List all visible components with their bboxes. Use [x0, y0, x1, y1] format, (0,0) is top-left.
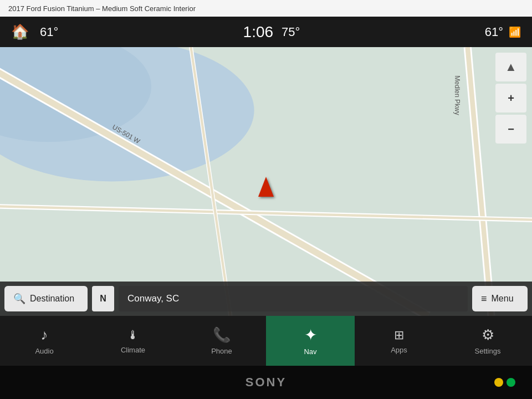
outside-temp: 75° — [282, 25, 300, 39]
tab-phone-label: Phone — [211, 347, 232, 355]
right-temp-display: 61° — [485, 25, 503, 39]
menu-lines-icon: ≡ — [481, 293, 487, 305]
sony-logo: SONY — [245, 375, 287, 390]
indicator-dot-yellow — [494, 378, 503, 387]
vehicle-position-arrow — [258, 177, 274, 197]
system-bottom-bar: SONY — [0, 366, 532, 399]
climate-icon: 🌡 — [127, 328, 139, 342]
top-title: 2017 Ford Fusion Titanium – Medium Soft … — [8, 4, 196, 13]
nav-controls: ▲ + − — [495, 53, 526, 144]
compass-direction-label: N — [100, 294, 106, 304]
tab-audio[interactable]: ♪ Audio — [0, 316, 89, 366]
tab-settings-label: Settings — [475, 347, 501, 355]
compass-button[interactable]: ▲ — [495, 53, 526, 81]
location-text: Conway, SC — [127, 293, 179, 304]
tab-nav-label: Nav — [304, 347, 316, 356]
status-left: 🏠 61° — [11, 23, 58, 40]
location-display: Conway, SC — [119, 286, 468, 311]
destination-button[interactable]: 🔍 Destination — [4, 286, 88, 311]
indicator-dot-green — [507, 378, 515, 387]
tab-climate[interactable]: 🌡 Climate — [89, 316, 177, 366]
tab-phone[interactable]: 📞 Phone — [177, 316, 266, 366]
top-caption-bar: 2017 Ford Fusion Titanium – Medium Soft … — [0, 0, 532, 17]
phone-icon: 📞 — [213, 326, 231, 344]
indicator-dots — [494, 378, 515, 387]
map-area: US-501 W Medlen Pkwy ▲ + − 🔍 Destination… — [0, 47, 532, 316]
tab-settings[interactable]: ⚙ Settings — [443, 316, 532, 366]
interior-temp: 61° — [40, 25, 58, 39]
infotainment-screen: 🏠 61° 1:06 75° 61° 📶 — [0, 17, 532, 366]
nav-icon: ✦ — [304, 326, 317, 344]
tab-apps-label: Apps — [391, 346, 407, 354]
zoom-in-button[interactable]: + — [495, 84, 526, 112]
audio-icon: ♪ — [41, 326, 48, 344]
wifi-icon: 📶 — [509, 26, 521, 38]
zoom-out-button[interactable]: − — [495, 115, 526, 144]
status-bar: 🏠 61° 1:06 75° 61° 📶 — [0, 17, 532, 47]
status-right: 61° 📶 — [485, 25, 521, 39]
menu-button[interactable]: ≡ Menu — [472, 286, 528, 311]
map-bottom-bar: 🔍 Destination N Conway, SC ≡ Menu — [0, 282, 532, 316]
destination-label: Destination — [30, 294, 74, 304]
tab-audio-label: Audio — [35, 347, 53, 355]
clock-display: 1:06 — [243, 23, 274, 41]
search-icon: 🔍 — [13, 293, 25, 305]
settings-icon: ⚙ — [482, 326, 494, 344]
bottom-navigation-tabs: ♪ Audio 🌡 Climate 📞 Phone ✦ Nav ⊞ Apps ⚙ — [0, 316, 532, 366]
menu-label: Menu — [492, 294, 514, 304]
tab-nav[interactable]: ✦ Nav — [266, 316, 355, 366]
main-content: US-501 W Medlen Pkwy ▲ + − 🔍 Destination… — [0, 47, 532, 366]
apps-icon: ⊞ — [394, 328, 404, 342]
road-label-medlen: Medlen Pkwy — [453, 75, 461, 115]
status-center: 1:06 75° — [243, 23, 300, 41]
home-icon[interactable]: 🏠 — [11, 23, 29, 40]
tab-apps[interactable]: ⊞ Apps — [355, 316, 443, 366]
compass-direction-button[interactable]: N — [92, 286, 114, 311]
tab-climate-label: Climate — [121, 346, 145, 354]
